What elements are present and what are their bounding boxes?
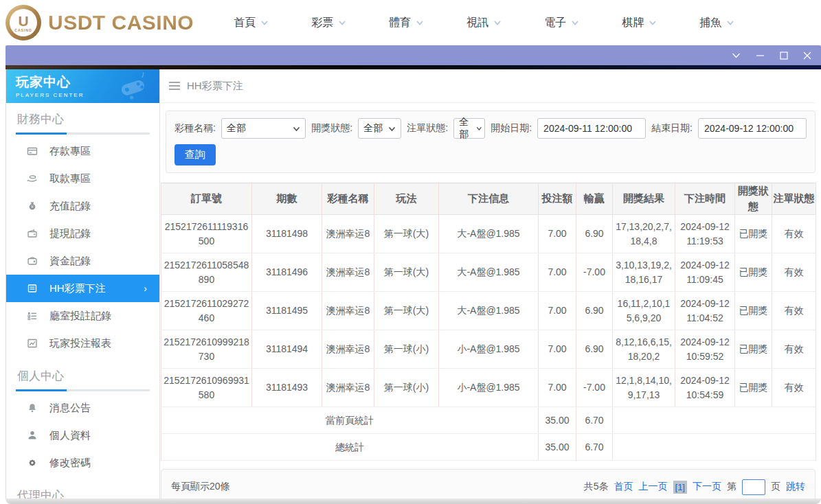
first-page-link[interactable]: 首页	[614, 481, 633, 493]
table-cell: 澳洲幸运8	[322, 369, 374, 407]
current-page-badge: [1]	[673, 481, 687, 494]
select-value: 全部	[363, 122, 383, 135]
summary-bet-total: 35.00	[539, 407, 576, 434]
table-cell: 已開獎	[735, 253, 772, 292]
sidebar-item-label: 玩家投注報表	[49, 337, 111, 350]
summary-bet-total: 35.00	[539, 434, 576, 461]
col-bet-info: 下注信息	[439, 183, 539, 215]
summary-win-loss-total: 6.70	[576, 434, 613, 461]
table-cell: 2152172611119316500	[161, 215, 252, 253]
chevron-down-icon	[338, 19, 346, 27]
table-cell: 有效	[772, 369, 816, 407]
sidebar-section-personal: 個人中心	[6, 360, 159, 391]
table-row: 215217261111931650031181498澳洲幸运8第一球(大)大-…	[161, 215, 816, 253]
order-status-select[interactable]: 全部	[453, 118, 485, 139]
start-date-input[interactable]	[537, 118, 646, 139]
chevron-down-icon	[388, 125, 396, 133]
jump-button[interactable]: 跳转	[786, 481, 805, 493]
sidebar-item-room-bet-records[interactable]: 廳室投註記錄	[6, 302, 159, 330]
sidebar-item-change-password[interactable]: 修改密碼	[6, 449, 159, 477]
table-cell: 2024-09-12 11:19:53	[675, 215, 735, 253]
nav-item-home[interactable]: 首頁	[234, 16, 269, 30]
nav-item-slots[interactable]: 電子	[544, 16, 579, 30]
next-page-link[interactable]: 下一页	[693, 481, 721, 493]
draw-status-select[interactable]: 全部	[358, 118, 401, 139]
nav-item-sports[interactable]: 體育	[389, 16, 424, 30]
purse-icon	[27, 255, 38, 266]
brand-logo[interactable]: U CASINO USDT CASINO	[5, 5, 194, 41]
sidebar-item-announcements[interactable]: 消息公告	[6, 394, 159, 422]
jump-suffix-label: 页	[771, 481, 780, 493]
col-order-no: 訂單號	[161, 183, 252, 215]
prev-page-link[interactable]: 上一页	[639, 481, 668, 493]
site-header: U CASINO USDT CASINO 首頁 彩票 體育 視訊 電子 棋牌	[0, 0, 821, 45]
sidebar-item-player-bet-report[interactable]: 玩家投注報表	[6, 330, 159, 357]
window-titlebar	[5, 45, 821, 65]
sidebar-item-withdraw[interactable]: 取款專區	[6, 165, 159, 192]
lottery-name-select[interactable]: 全部	[221, 118, 306, 139]
sidebar-item-label: 存款專區	[49, 145, 91, 158]
nav-item-fishing[interactable]: 捕魚	[699, 16, 734, 30]
end-date-input[interactable]	[698, 118, 807, 139]
draw-status-label: 開獎狀態:	[311, 122, 352, 135]
card-icon	[27, 146, 38, 157]
report-chart-icon	[27, 338, 38, 349]
bell-icon	[27, 402, 38, 413]
table-cell: 17,13,20,2,7,18,4,8	[613, 215, 675, 253]
jump-page-input[interactable]	[742, 479, 765, 495]
summary-row-total: 總統計 35.00 6.70	[161, 434, 816, 461]
section-title: 代理中心	[16, 485, 150, 499]
summary-empty	[613, 407, 816, 434]
start-date-label: 開始日期:	[491, 122, 532, 135]
nav-label: 棋牌	[622, 16, 644, 30]
sidebar-section-agent: 代理中心	[6, 479, 159, 499]
filter-panel: 彩種名稱: 全部 開獎狀態: 全部 注單狀態: 全部 開始	[166, 111, 816, 173]
table-cell: 小-A盤@1.985	[439, 330, 539, 369]
hamburger-icon[interactable]	[169, 81, 180, 91]
close-icon[interactable]	[803, 51, 811, 60]
sidebar-item-fund-records[interactable]: 資金記錄	[6, 247, 159, 275]
table-cell: 3,10,13,19,2,18,16,17	[613, 253, 675, 292]
chevron-right-icon: ›	[144, 283, 147, 294]
table-cell: 2152172610999218730	[161, 330, 252, 369]
chevron-down-icon	[416, 19, 424, 27]
total-count-text: 共5条	[584, 481, 609, 493]
table-cell: 大-A盤@1.985	[439, 292, 539, 330]
nav-label: 捕魚	[699, 16, 721, 30]
window-dropdown-icon[interactable]	[732, 52, 741, 59]
sidebar-item-profile[interactable]: 個人資料	[6, 422, 159, 449]
summary-empty	[613, 434, 816, 461]
chevron-down-icon	[476, 125, 482, 132]
sidebar-item-withdraw-records[interactable]: 提現記錄	[6, 220, 159, 247]
table-cell: 已開獎	[735, 292, 772, 330]
sidebar-item-recharge-records[interactable]: ¥ 充值記錄	[6, 192, 159, 220]
sidebar: 玩家中心 PLAYERS CENTER 財務中心 存款專區	[6, 69, 160, 499]
table-cell: 31181496	[252, 253, 322, 292]
sidebar-item-deposit[interactable]: 存款專區	[6, 137, 159, 165]
app-window: 玩家中心 PLAYERS CENTER 財務中心 存款專區	[5, 45, 821, 504]
table-cell: -7.00	[576, 369, 613, 407]
nav-item-cards[interactable]: 棋牌	[622, 16, 657, 30]
maximize-icon[interactable]	[780, 51, 788, 60]
table-row: 215217261099921873031181494澳洲幸运8第一球(小)小-…	[161, 330, 816, 369]
search-button[interactable]: 查詢	[175, 144, 216, 165]
table-cell: 2024-09-12 11:04:52	[675, 292, 735, 330]
table-cell: 2152172610969931580	[161, 369, 252, 407]
brand-name: USDT CASINO	[48, 11, 194, 34]
nav-item-lottery[interactable]: 彩票	[311, 16, 346, 30]
table-cell: 16,11,2,10,15,6,9,20	[613, 292, 675, 330]
table-cell: 第一球(大)	[374, 215, 439, 253]
nav-item-video[interactable]: 視訊	[466, 16, 502, 30]
table-cell: 有效	[772, 330, 816, 369]
table-cell: 澳洲幸运8	[322, 253, 374, 292]
table-cell: 第一球(小)	[374, 330, 439, 369]
sidebar-item-hh-lottery-bets[interactable]: HH彩票下注 ›	[6, 275, 159, 302]
minimize-icon[interactable]	[756, 52, 765, 59]
table-cell: 2024-09-12 10:54:59	[675, 369, 735, 407]
breadcrumb: HH彩票下注	[160, 69, 816, 103]
col-period: 期數	[252, 183, 322, 215]
sidebar-item-label: 修改密碼	[49, 457, 91, 470]
col-bet-amount: 投注額	[539, 183, 576, 215]
chevron-down-icon	[493, 19, 502, 27]
sidebar-item-label: 消息公告	[49, 402, 91, 415]
